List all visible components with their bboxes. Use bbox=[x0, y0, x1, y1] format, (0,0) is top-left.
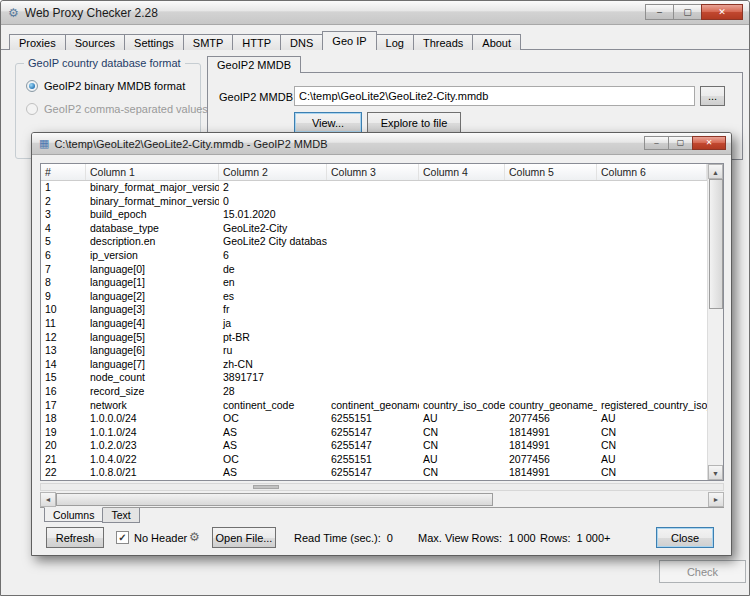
table-cell: es bbox=[219, 290, 327, 304]
table-cell bbox=[505, 385, 597, 399]
dialog-close-button[interactable]: Close bbox=[656, 527, 714, 548]
mmdb-file-input[interactable] bbox=[294, 86, 695, 106]
table-cell bbox=[419, 331, 505, 345]
dialog-maximize-icon[interactable]: ▢ bbox=[668, 136, 693, 150]
radio-mmdb-format[interactable]: GeoIP2 binary MMDB format bbox=[26, 80, 185, 92]
close-icon[interactable]: ✕ bbox=[701, 4, 743, 20]
minimize-icon[interactable]: – bbox=[645, 4, 674, 20]
table-row[interactable]: 5description.enGeoLite2 City database bbox=[41, 235, 707, 249]
dialog-minimize-icon[interactable]: – bbox=[644, 136, 669, 150]
tab-about[interactable]: About bbox=[472, 34, 521, 50]
table-row[interactable]: 13language[6]ru bbox=[41, 344, 707, 358]
table-row[interactable]: 8language[1]en bbox=[41, 276, 707, 290]
table-row[interactable]: 4database_typeGeoLite2-City bbox=[41, 222, 707, 236]
column-header[interactable]: Column 4 bbox=[419, 164, 505, 180]
table-cell bbox=[419, 358, 505, 372]
hscroll-thumb[interactable] bbox=[56, 493, 493, 506]
vertical-scrollbar[interactable]: ▲ ▼ bbox=[707, 164, 723, 480]
table-row[interactable]: 181.0.0.0/24OC6255151AU2077456AU bbox=[41, 412, 707, 426]
table-row[interactable]: 15node_count3891717 bbox=[41, 371, 707, 385]
column-header[interactable]: Column 3 bbox=[327, 164, 419, 180]
rows-value: 1 000+ bbox=[577, 532, 611, 544]
column-header[interactable]: Column 1 bbox=[86, 164, 219, 180]
dialog-titlebar[interactable]: ▦ C:\temp\GeoLite2\GeoLite2-City.mmdb - … bbox=[32, 133, 731, 155]
column-header[interactable]: Column 5 bbox=[505, 164, 597, 180]
table-cell bbox=[597, 235, 707, 249]
column-header[interactable]: # bbox=[41, 164, 86, 180]
inner-hscroll-thumb[interactable] bbox=[253, 485, 279, 489]
table-cell: 13 bbox=[41, 344, 86, 358]
table-cell: GeoLite2-City bbox=[219, 222, 327, 236]
tab-geo-ip[interactable]: Geo IP bbox=[322, 31, 376, 50]
view-button[interactable]: View... bbox=[294, 112, 362, 133]
table-row[interactable]: 12language[5]pt-BR bbox=[41, 331, 707, 345]
table-row[interactable]: 16record_size28 bbox=[41, 385, 707, 399]
scroll-right-icon[interactable]: ► bbox=[708, 492, 724, 507]
read-time-label: Read Time (sec.): bbox=[294, 532, 381, 544]
table-cell bbox=[327, 276, 419, 290]
read-time-stat: Read Time (sec.):0 bbox=[294, 532, 393, 544]
table-row[interactable]: 3build_epoch15.01.2020 bbox=[41, 208, 707, 222]
table-cell bbox=[597, 331, 707, 345]
mmdb-table-body: 1binary_format_major_version22binary_for… bbox=[41, 181, 707, 480]
checkbox-check-icon[interactable]: ✓ bbox=[116, 531, 129, 544]
scroll-left-icon[interactable]: ◄ bbox=[40, 492, 56, 507]
radio-mmdb-label: GeoIP2 binary MMDB format bbox=[44, 80, 185, 92]
table-row[interactable]: 211.0.4.0/22OC6255151AU2077456AU bbox=[41, 453, 707, 467]
view-tab-text[interactable]: Text bbox=[102, 508, 139, 523]
table-cell bbox=[505, 358, 597, 372]
column-header[interactable]: Column 2 bbox=[219, 164, 327, 180]
table-cell bbox=[419, 317, 505, 331]
table-cell bbox=[597, 195, 707, 209]
horizontal-scrollbar[interactable]: ◄ ► bbox=[40, 492, 724, 507]
scroll-down-icon[interactable]: ▼ bbox=[708, 465, 723, 480]
tab-geoip2-mmdb[interactable]: GeoIP2 MMDB bbox=[207, 56, 301, 73]
table-cell: 4 bbox=[41, 222, 86, 236]
table-cell bbox=[419, 181, 505, 195]
dialog-close-icon[interactable]: ✕ bbox=[692, 136, 726, 150]
maximize-icon[interactable]: ▢ bbox=[673, 4, 702, 20]
titlebar[interactable]: ⚙ Web Proxy Checker 2.28 – ▢ ✕ bbox=[1, 1, 749, 25]
table-row[interactable]: 6ip_version6 bbox=[41, 249, 707, 263]
inner-hscrollbar[interactable] bbox=[40, 483, 724, 491]
table-row[interactable]: 7language[0]de bbox=[41, 263, 707, 277]
tab-http[interactable]: HTTP bbox=[232, 34, 281, 50]
table-row[interactable]: 2binary_format_minor_version0 bbox=[41, 195, 707, 209]
table-cell bbox=[505, 222, 597, 236]
browse-button[interactable]: ... bbox=[700, 86, 725, 106]
scroll-up-icon[interactable]: ▲ bbox=[708, 164, 723, 179]
table-row[interactable]: 191.0.1.0/24AS6255147CN1814991CN bbox=[41, 426, 707, 440]
refresh-button[interactable]: Refresh bbox=[46, 527, 104, 548]
table-row[interactable]: 17networkcontinent_codecontinent_geoname… bbox=[41, 399, 707, 413]
table-row[interactable]: 10language[3]fr bbox=[41, 303, 707, 317]
view-tab-columns[interactable]: Columns bbox=[44, 507, 103, 522]
tab-threads[interactable]: Threads bbox=[413, 34, 473, 50]
explore-to-file-button[interactable]: Explore to file bbox=[367, 112, 461, 133]
column-header[interactable]: Column 6 bbox=[597, 164, 707, 180]
tab-settings[interactable]: Settings bbox=[124, 34, 184, 50]
table-row[interactable]: 11language[4]ja bbox=[41, 317, 707, 331]
table-row[interactable]: 1binary_format_major_version2 bbox=[41, 181, 707, 195]
table-row[interactable]: 9language[2]es bbox=[41, 290, 707, 304]
table-row[interactable]: 221.0.8.0/21AS6255147CN1814991CN bbox=[41, 466, 707, 480]
table-row[interactable]: 201.0.2.0/23AS6255147CN1814991CN bbox=[41, 439, 707, 453]
settings-gear-icon[interactable]: ⚙ bbox=[186, 529, 203, 546]
tab-log[interactable]: Log bbox=[376, 34, 414, 50]
tab-proxies[interactable]: Proxies bbox=[9, 34, 66, 50]
tab-smtp[interactable]: SMTP bbox=[183, 34, 234, 50]
tab-dns[interactable]: DNS bbox=[280, 34, 323, 50]
table-cell: 5 bbox=[41, 235, 86, 249]
vscroll-thumb[interactable] bbox=[709, 179, 723, 309]
table-cell: 15 bbox=[41, 371, 86, 385]
tab-sources[interactable]: Sources bbox=[65, 34, 125, 50]
table-row[interactable]: 14language[7]zh-CN bbox=[41, 358, 707, 372]
check-button: Check bbox=[659, 560, 746, 583]
table-cell bbox=[419, 235, 505, 249]
open-file-button[interactable]: Open File... bbox=[212, 527, 276, 548]
table-cell: en bbox=[219, 276, 327, 290]
no-header-checkbox-row[interactable]: ✓ No Header bbox=[116, 531, 187, 544]
radio-csv-format: GeoIP2 comma-separated values bbox=[26, 103, 208, 115]
table-cell: 9 bbox=[41, 290, 86, 304]
table-cell: 1.0.4.0/22 bbox=[86, 453, 219, 467]
table-cell: 6255151 bbox=[327, 453, 419, 467]
